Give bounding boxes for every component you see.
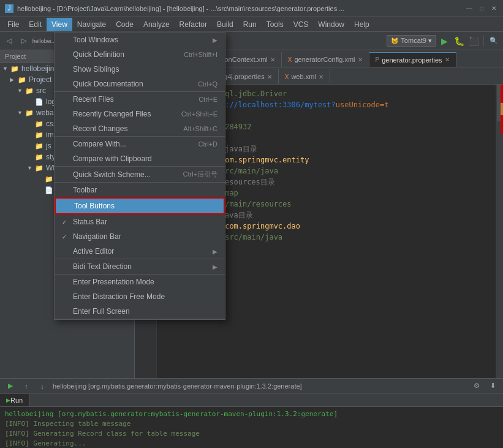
- menu-compare-with[interactable]: Compare With... Ctrl+D: [55, 137, 225, 151]
- shortcut-label: Ctrl+Shift+E: [181, 110, 217, 118]
- menu-file[interactable]: File: [2, 18, 24, 31]
- menu-tool-windows[interactable]: Tool Windows ▶: [55, 32, 225, 47]
- menu-status-bar[interactable]: ✓ Status Bar: [55, 215, 225, 229]
- menu-quick-definition[interactable]: Quick Definition Ctrl+Shift+I: [55, 47, 225, 62]
- item-label: Quick Switch Scheme...: [73, 170, 164, 179]
- check-icon: ✓: [62, 219, 70, 226]
- toolbar-fwd[interactable]: ▷: [17, 34, 31, 48]
- menu-refactor[interactable]: Refactor: [175, 18, 212, 31]
- menu-edit[interactable]: Edit: [24, 18, 47, 31]
- menu-analyze[interactable]: Analyze: [138, 18, 175, 31]
- tree-label: src: [36, 86, 46, 95]
- menu-navigate[interactable]: Navigate: [72, 18, 111, 31]
- toolbar-project[interactable]: hellobei...: [37, 34, 51, 48]
- shortcut-label: Alt+Shift+C: [183, 125, 217, 132]
- tab-close-icon[interactable]: ✕: [267, 74, 272, 80]
- toolbar-sep-3: [483, 36, 484, 47]
- tab-genprops[interactable]: P generator.properties ✕: [369, 52, 456, 67]
- tab-close-icon[interactable]: ✕: [358, 56, 363, 63]
- tab-webxml[interactable]: X web.xml ✕: [279, 69, 330, 84]
- run-status-icon[interactable]: ▶: [5, 381, 16, 392]
- tab-close-icon[interactable]: ✕: [270, 56, 275, 63]
- menu-recent-files[interactable]: Recent Files Ctrl+E: [55, 92, 225, 107]
- run-button[interactable]: ▶: [437, 34, 451, 48]
- menu-run[interactable]: Run: [238, 18, 262, 31]
- dropdown-section-6: Bidi Text Direction ▶: [55, 259, 225, 275]
- console-run-header: hellobeijing [org.mybatis.generator:myba…: [5, 409, 498, 419]
- menu-vcs[interactable]: VCS: [289, 18, 314, 31]
- tree-arrow: ▼: [17, 88, 25, 94]
- menu-show-siblings[interactable]: Show Siblings: [55, 62, 225, 77]
- menu-distraction-free[interactable]: Enter Distraction Free Mode: [55, 289, 225, 304]
- console-tab-run[interactable]: ▶ Run: [0, 394, 29, 406]
- menu-window[interactable]: Window: [313, 18, 349, 31]
- menu-code[interactable]: Code: [111, 18, 138, 31]
- item-label: Tool Buttons: [74, 202, 216, 210]
- shortcut-label: Ctrl+E: [199, 96, 217, 103]
- menu-bar: File Edit View Navigate Code Analyze Ref…: [0, 17, 503, 32]
- stop-button[interactable]: ⬛: [467, 34, 480, 48]
- debug-status-icon[interactable]: ↑: [21, 381, 32, 392]
- status-bar: ▶ ↑ ↓ hellobeijing [org.mybatis.generato…: [0, 378, 503, 393]
- folder-icon: 📁: [25, 109, 34, 117]
- console-area: ▶ Run hellobeijing [org.mybatis.generato…: [0, 393, 503, 448]
- sync-status-icon[interactable]: ⬇: [487, 381, 498, 392]
- toolbar-back[interactable]: ◁: [2, 34, 16, 48]
- folder-icon: 📁: [34, 120, 44, 128]
- item-label: Recent Changes: [73, 124, 165, 133]
- item-label: Enter Full Screen: [73, 307, 217, 316]
- dropdown-section-3: Compare With... Ctrl+D Compare with Clip…: [55, 137, 225, 167]
- dropdown-section-7: Enter Presentation Mode Enter Distractio…: [55, 275, 225, 319]
- menu-tools[interactable]: Tools: [262, 18, 289, 31]
- maximize-button[interactable]: □: [477, 4, 486, 13]
- folder-icon: 📁: [10, 65, 20, 73]
- menu-recently-changed[interactable]: Recently Changed Files Ctrl+Shift+E: [55, 107, 225, 121]
- console-line-2: [INFO] Generating Record class for table…: [5, 429, 498, 439]
- settings-status-icon[interactable]: ⚙: [471, 381, 482, 392]
- check-icon: ✓: [62, 233, 70, 240]
- tree-label: Project: [29, 75, 51, 84]
- menu-tool-buttons[interactable]: Tool Buttons: [55, 197, 225, 215]
- menu-navigation-bar[interactable]: ✓ Navigation Bar: [55, 229, 225, 244]
- tree-arrow: ▼: [2, 66, 10, 72]
- down-status-icon[interactable]: ↓: [37, 381, 48, 392]
- menu-bidi-text[interactable]: Bidi Text Direction ▶: [55, 259, 225, 274]
- window-title: hellobeijing - [D:\Project\Java\Learn\he…: [17, 5, 344, 12]
- menu-quick-docs[interactable]: Quick Documentation Ctrl+Q: [55, 77, 225, 91]
- dropdown-section-1: Tool Windows ▶ Quick Definition Ctrl+Shi…: [55, 32, 225, 92]
- dropdown-section-4: Quick Switch Scheme... Ctrl+后引号: [55, 167, 225, 183]
- item-label: Active Editor: [73, 247, 213, 256]
- app-icon: J: [5, 4, 13, 13]
- folder-icon: 📁: [17, 76, 27, 84]
- menu-fullscreen[interactable]: Enter Full Screen: [55, 304, 225, 319]
- status-task-label: hellobeijing [org.mybatis.generator:myba…: [53, 382, 302, 390]
- tab-close-icon[interactable]: ✕: [319, 74, 323, 80]
- file-icon: 📄: [34, 98, 44, 106]
- menu-presentation-mode[interactable]: Enter Presentation Mode: [55, 275, 225, 289]
- item-label: Recent Files: [73, 95, 180, 104]
- folder-icon: 📁: [34, 164, 44, 172]
- menu-compare-clipboard[interactable]: Compare with Clipboard: [55, 151, 225, 166]
- item-label: Status Bar: [73, 218, 217, 226]
- close-button[interactable]: ✕: [490, 4, 498, 13]
- editor-scrollbar[interactable]: [496, 85, 503, 378]
- minimize-button[interactable]: —: [465, 4, 474, 13]
- item-label: Toolbar: [73, 186, 217, 194]
- shortcut-label: Ctrl+后引号: [183, 170, 217, 179]
- menu-active-editor[interactable]: Active Editor ▶: [55, 244, 225, 259]
- tab-genconfig[interactable]: X generatorConfig.xml ✕: [282, 52, 369, 67]
- menu-quick-switch[interactable]: Quick Switch Scheme... Ctrl+后引号: [55, 167, 225, 182]
- menu-view[interactable]: View: [47, 18, 72, 31]
- menu-help[interactable]: Help: [349, 18, 374, 31]
- item-label: Tool Windows: [73, 36, 213, 44]
- menu-build[interactable]: Build: [212, 18, 238, 31]
- console-content: hellobeijing [org.mybatis.generator:myba…: [0, 407, 503, 448]
- tomcat-dropdown[interactable]: 🐱 Tomcat9 ▾: [387, 35, 436, 47]
- debug-button[interactable]: 🐛: [452, 34, 466, 48]
- item-label: Enter Distraction Free Mode: [73, 292, 217, 301]
- item-label: Quick Definition: [73, 50, 165, 59]
- menu-recent-changes[interactable]: Recent Changes Alt+Shift+C: [55, 121, 225, 136]
- tab-close-icon[interactable]: ✕: [445, 56, 450, 63]
- menu-toolbar[interactable]: Toolbar: [55, 183, 225, 197]
- search-everywhere[interactable]: 🔍: [487, 34, 501, 48]
